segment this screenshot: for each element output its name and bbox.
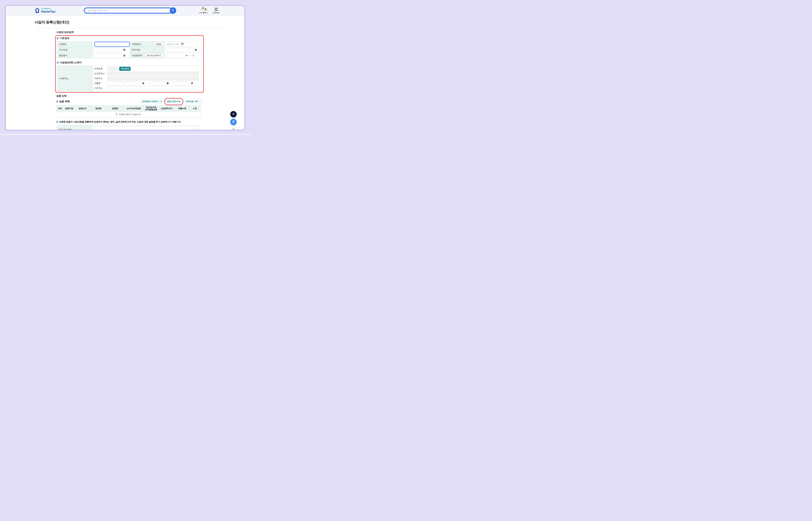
industry-table: 선택 업종구분 업종코드 업태명 업종명 소비자상대업종 현금영수증 의무발행업…: [56, 106, 201, 117]
other-capital-input[interactable]: [166, 48, 193, 52]
address-search-button[interactable]: 주소검색: [119, 67, 131, 71]
header-search: [84, 7, 176, 14]
col-business-type-name: 업태명: [90, 106, 107, 111]
pyeong-convert-button[interactable]: 평으로 입력하기: [145, 53, 163, 58]
bullet-ring-icon: [56, 100, 58, 103]
own-capital-cell: 원: [93, 47, 130, 53]
col-industry-code: 업종코드: [75, 106, 90, 111]
extra-description-textarea[interactable]: [94, 126, 199, 131]
logo-brand-text: HomeTax: [41, 10, 56, 13]
postal-code-row: 우편번호 주소검색: [93, 67, 200, 71]
col-consumer-facing: 소비자상대업종: [124, 106, 144, 111]
quick-add-button[interactable]: [230, 111, 237, 117]
hometax-logo[interactable]: 국세청홈택스 HomeTax: [35, 7, 56, 14]
building-floor-input[interactable]: [149, 81, 166, 85]
workplace-section-title: 사업장 정보입력: [56, 31, 203, 34]
help-button[interactable]: 도움말: [154, 42, 163, 46]
required-mark: *: [59, 77, 60, 80]
postal-label: 우편번호: [94, 67, 107, 70]
industry-section-title: 업종 선택: [56, 94, 203, 97]
all-menu-button[interactable]: 전체메뉴: [211, 7, 221, 14]
industry-table-header: 선택 업종구분 업종코드 업태명 업종명 소비자상대업종 현금영수증 의무발행업…: [57, 106, 201, 112]
workplace-info-section: 사업장 정보입력 기본정보 * 상호명 *개업일자: [56, 31, 203, 92]
road-address-input: [107, 72, 199, 76]
building-row: 건물명 동 층 호: [93, 81, 200, 85]
postal-code-input: [107, 67, 118, 71]
building-name-input[interactable]: [107, 81, 124, 85]
bullet-ring-icon: [57, 62, 59, 64]
unit-sqm: ㎡: [185, 54, 188, 57]
extra-description-table: 업종 추가설명: [56, 125, 201, 131]
open-date-label: 개업일자: [133, 43, 141, 45]
search-button[interactable]: [170, 7, 176, 14]
calendar-icon[interactable]: [181, 43, 183, 46]
basic-info-heading: 기본정보: [57, 37, 203, 40]
chatbot-button[interactable]: [230, 119, 237, 125]
industry-edit-button[interactable]: 업종 입력/수정: [165, 99, 182, 104]
app-header: 국세청홈택스 HomeTax: [6, 6, 244, 15]
download-all-industries-button[interactable]: 전체업종 내려받기: [140, 99, 164, 104]
base-address-label: * 기본주소: [57, 66, 93, 91]
logo-agency-text: 국세청홈택스: [41, 7, 52, 10]
own-capital-input[interactable]: [94, 48, 122, 52]
etc-address-input[interactable]: [107, 86, 199, 90]
col-industry-class-code: 산업분류코드: [158, 106, 175, 111]
col-industry-name: 업종명: [107, 106, 124, 111]
unit-won: 원: [123, 48, 125, 51]
area-cell: ㎡ --- 평: [164, 53, 201, 59]
col-industry-type: 업종구분: [63, 106, 75, 111]
employees-input[interactable]: [94, 53, 122, 58]
annotation-red-oval: 업종 입력/수정: [165, 99, 182, 104]
hamburger-menu-icon: [215, 8, 218, 11]
road-address-row: 도로명주소: [93, 71, 200, 76]
app-window: 국세청홈택스 HomeTax: [5, 5, 245, 131]
open-date-label-cell: *개업일자 도움말: [130, 41, 164, 47]
bullet-ring-icon: [56, 121, 58, 123]
pyeong-placeholder: ---: [189, 54, 191, 56]
trade-name-input[interactable]: [95, 42, 129, 46]
search-icon: [171, 8, 175, 13]
col-select: 선택: [57, 106, 63, 111]
search-input[interactable]: [84, 9, 172, 12]
unit-won: 원: [195, 48, 197, 51]
my-hometax-button[interactable]: 나의 홈택스: [198, 7, 209, 14]
extra-description-label: 업종 추가설명: [56, 125, 92, 131]
unit-ho: 호: [191, 82, 193, 85]
main-content: 사업자 등록신청(개인) 사업장 정보입력 기본정보 * 상호명: [6, 20, 244, 131]
etc-address-label: 기타주소: [94, 87, 107, 90]
col-cash-receipt: 현금영수증 의무발행업종: [144, 106, 158, 111]
delete-selection-button[interactable]: 선택내용 삭제: [184, 99, 203, 104]
open-date-input[interactable]: [167, 43, 181, 45]
industry-list-heading: 업종 목록: [56, 100, 70, 103]
address-table: * 기본주소 우편번호 주소검색 도로명주소: [57, 66, 201, 92]
empty-message: 조회된 결과가 없습니다.: [119, 113, 142, 116]
my-hometax-label: 나의 홈택스: [199, 12, 208, 14]
notification-bell-icon: [204, 8, 207, 12]
unit-dong: 동: [142, 82, 145, 85]
header-menu: 나의 홈택스 전체메뉴: [198, 7, 221, 14]
scroll-to-top-button[interactable]: [230, 127, 237, 131]
home-icon: [35, 7, 40, 14]
address-heading: 사업장(단체) 소재지: [57, 61, 203, 64]
etc-address-row: 기타주소: [93, 86, 200, 90]
road-address-label: 도로명주소: [94, 72, 107, 75]
area-input[interactable]: [166, 53, 184, 58]
building-ho-input[interactable]: [174, 81, 190, 85]
jibun-address-row: 지번주소: [93, 76, 200, 81]
search-pill: [84, 7, 172, 14]
industry-section: 업종 선택 업종 목록 전체업종 내려받기: [56, 94, 203, 131]
page-title: 사업자 등록신청(개인): [35, 20, 244, 25]
page-bottom-strip: [0, 134, 250, 135]
jibun-address-label: 지번주소: [94, 77, 107, 80]
building-dong-input[interactable]: [125, 81, 141, 85]
unit-floor: 층: [167, 82, 169, 85]
other-capital-label: 타인자금: [130, 47, 164, 53]
bullet-ring-icon: [57, 37, 59, 39]
date-input-box: [166, 42, 185, 46]
unit-people: 명: [123, 54, 125, 57]
area-label: 사업장면적: [132, 54, 142, 57]
empty-result-row: 조회된 결과가 없습니다.: [57, 112, 201, 117]
industry-notice: 선택한 업종이 사업내용을 정확하게 반영하지 못하는 경우, 실제 영위하고자…: [56, 120, 203, 123]
required-mark: *: [59, 43, 60, 45]
chatbot-icon: [232, 120, 235, 124]
